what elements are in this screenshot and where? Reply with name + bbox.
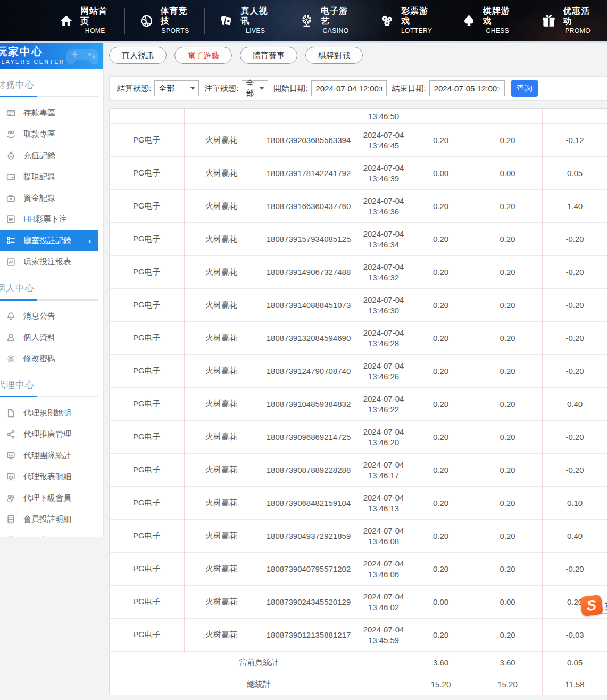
valid-amount-cell: 0.20 bbox=[473, 388, 542, 421]
game-cell: 火树赢花 bbox=[184, 289, 259, 322]
profit-cell: 0.40 bbox=[542, 388, 607, 421]
valid-amount-cell: 0.20 bbox=[473, 487, 542, 520]
table-row: PG电子火树赢花18087391579340851252024-07-0413:… bbox=[110, 223, 607, 256]
nav-item-label: 网站首页HOME bbox=[80, 6, 110, 35]
game-cell: 火树赢花 bbox=[184, 520, 259, 553]
recharge-bag-icon bbox=[6, 151, 15, 160]
bet-amount-cell: 0.20 bbox=[409, 190, 473, 223]
valid-amount-cell: 0.20 bbox=[473, 553, 542, 586]
summary-profit-cell: 11.58 bbox=[542, 673, 607, 695]
sidebar-item-代理推廣管理[interactable]: 代理推廣管理 bbox=[0, 423, 98, 445]
nav-item-lives[interactable]: 真人视讯LIVES bbox=[204, 8, 285, 34]
table-row: PG电子火树赢花18087391663604377602024-07-0413:… bbox=[110, 190, 607, 223]
sidebar-item-玩家投注報表[interactable]: 玩家投注報表 bbox=[0, 251, 98, 272]
tab-體育賽事[interactable]: 體育賽事 bbox=[240, 47, 297, 64]
tab-真人視訊[interactable]: 真人視訊 bbox=[109, 47, 167, 64]
sidebar-item-消息公告[interactable]: 消息公告 bbox=[0, 305, 98, 327]
start-date-input[interactable] bbox=[311, 80, 387, 96]
bet-amount-cell: 0.20 bbox=[409, 322, 473, 355]
tab-棋牌對戰[interactable]: 棋牌對戰 bbox=[305, 47, 363, 64]
bell-icon bbox=[6, 312, 15, 321]
sidebar-item-會員交易明細[interactable]: 會員交易明細 bbox=[0, 530, 98, 537]
provider-cell: PG电子 bbox=[110, 421, 184, 454]
sidebar-item-存款專區[interactable]: 存款專區 bbox=[0, 102, 98, 123]
game-cell bbox=[184, 109, 259, 124]
nav-item-promo[interactable]: 优惠活动PROMO bbox=[527, 8, 607, 34]
profit-cell: -0.20 bbox=[542, 289, 607, 322]
member-trade-doc-icon bbox=[6, 536, 15, 538]
settle-status-select[interactable]: 全部 bbox=[154, 80, 199, 96]
settle-status-label: 結算狀態: bbox=[117, 84, 151, 94]
datetime-cell: 2024-07-0413:46:22 bbox=[359, 388, 409, 421]
sidebar-item-代理下級會員[interactable]: 代理下級會員 bbox=[0, 487, 98, 509]
valid-amount-cell bbox=[473, 109, 542, 124]
table-row: PG电子火树赢花18087390121358812172024-07-0413:… bbox=[110, 619, 607, 652]
datetime-cell: 2024-07-0413:46:45 bbox=[359, 124, 409, 157]
end-date-input[interactable] bbox=[429, 80, 505, 96]
sidebar-item-label: 資金記錄 bbox=[23, 193, 55, 203]
player-report-icon bbox=[6, 257, 15, 266]
sidebar-item-label: 代理推廣管理 bbox=[23, 429, 71, 439]
datetime-cell: 2024-07-0413:46:36 bbox=[359, 190, 409, 223]
profit-cell: -0.20 bbox=[542, 355, 607, 388]
sports-ball-icon bbox=[139, 14, 154, 28]
bet-amount-cell: 0.20 bbox=[409, 553, 473, 586]
gear-icon bbox=[6, 354, 15, 363]
order-status-select[interactable]: 全部 bbox=[242, 80, 268, 96]
provider-cell: PG电子 bbox=[110, 586, 184, 619]
section-underline bbox=[0, 96, 98, 97]
bet-amount-cell: 0.20 bbox=[409, 223, 473, 256]
sidebar-item-label: 修改密碼 bbox=[23, 354, 55, 364]
sidebar-item-修改密碼[interactable]: 修改密碼 bbox=[0, 348, 98, 369]
person-icon bbox=[6, 333, 15, 342]
profit-cell: 0.40 bbox=[542, 520, 607, 553]
provider-cell: PG电子 bbox=[110, 223, 184, 256]
provider-cell: PG电子 bbox=[110, 619, 184, 652]
cards-icon bbox=[219, 14, 234, 28]
nav-item-label: 彩票游戏LOTTERY bbox=[401, 6, 433, 35]
bet-id-cell: 1808739024345520129 bbox=[259, 586, 359, 619]
sidebar-item-代理報表明細[interactable]: 代理報表明細 bbox=[0, 466, 98, 487]
datetime-cell: 2024-07-0413:46:32 bbox=[359, 256, 409, 289]
search-button[interactable]: 查詢 bbox=[511, 80, 538, 97]
sidebar-item-會員投註明細[interactable]: 會員投註明細 bbox=[0, 509, 98, 530]
ime-badge[interactable]: S 英 bbox=[581, 596, 607, 615]
sidebar: 玩家中心 PLAYERS CENTER 財務中心存款專區取款專區充值記錄提現記錄… bbox=[0, 43, 104, 537]
bet-amount-cell: 0.00 bbox=[409, 157, 473, 190]
sidebar-item-取款專區[interactable]: 取款專區 bbox=[0, 123, 98, 145]
sogou-ime-icon[interactable]: S bbox=[580, 595, 603, 617]
bet-id-cell: 1808739149067327488 bbox=[259, 256, 359, 289]
sidebar-item-資金記錄[interactable]: 資金記錄 bbox=[0, 187, 98, 209]
deposit-card-icon bbox=[6, 109, 15, 118]
nav-item-lottery[interactable]: 彩票游戏LOTTERY bbox=[365, 8, 447, 34]
valid-amount-cell: 0.00 bbox=[473, 157, 542, 190]
nav-item-home[interactable]: 网站首页HOME bbox=[45, 8, 124, 34]
sidebar-item-HH彩票下注[interactable]: HH彩票下注 bbox=[0, 209, 98, 230]
sidebar-item-廳室投註記錄[interactable]: 廳室投註記錄› bbox=[0, 230, 98, 251]
nav-item-casino[interactable]: 电子游艺CASINO bbox=[285, 8, 365, 34]
sidebar-item-label: 存款專區 bbox=[23, 108, 55, 118]
datetime-cell: 2024-07-0413:46:02 bbox=[359, 586, 409, 619]
end-date-label: 結束日期: bbox=[392, 84, 426, 94]
sidebar-item-代理團隊統計[interactable]: 代理團隊統計 bbox=[0, 445, 98, 466]
table-row: PG电子火树赢花18087391320845946902024-07-0413:… bbox=[110, 322, 607, 355]
nav-item-sports[interactable]: 体育竞技SPORTS bbox=[124, 8, 205, 34]
gamepad-icon bbox=[65, 46, 100, 66]
table-row: PG电子火树赢花18087391781422417922024-07-0413:… bbox=[110, 157, 607, 190]
nav-item-chess[interactable]: 棋牌游戏CHESS bbox=[447, 8, 527, 34]
provider-cell: PG电子 bbox=[110, 289, 184, 322]
datetime-cell: 2024-07-0413:46:17 bbox=[359, 454, 409, 487]
sidebar-item-充值記錄[interactable]: 充值記錄 bbox=[0, 145, 98, 166]
sidebar-item-label: 會員交易明細 bbox=[23, 536, 71, 538]
summary-label-cell: 總統計 bbox=[110, 673, 409, 695]
game-cell: 火树赢花 bbox=[184, 157, 259, 190]
room-bet-records-icon bbox=[6, 236, 15, 245]
valid-amount-cell: 0.20 bbox=[473, 619, 542, 652]
sidebar-item-提現記錄[interactable]: 提現記錄 bbox=[0, 166, 98, 187]
sidebar-item-代理規則說明[interactable]: 代理規則說明 bbox=[0, 402, 98, 423]
sidebar-item-個人資料[interactable]: 個人資料 bbox=[0, 327, 98, 348]
tab-電子遊藝[interactable]: 電子遊藝 bbox=[174, 47, 232, 64]
bet-id-cell: 1808739124790708740 bbox=[259, 355, 359, 388]
people-icon bbox=[6, 494, 15, 503]
bet-id-cell: 1808739087889228288 bbox=[259, 454, 359, 487]
